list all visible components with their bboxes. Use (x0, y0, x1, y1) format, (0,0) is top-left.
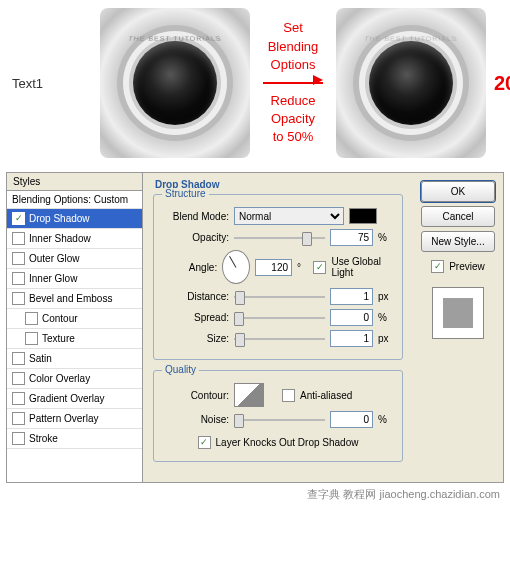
global-light-checkbox[interactable]: ✓ (313, 261, 326, 274)
style-label: Bevel and Emboss (29, 293, 112, 304)
knocks-out-checkbox[interactable]: ✓ (198, 436, 211, 449)
style-label: Inner Shadow (29, 233, 91, 244)
opacity-label: Opacity: (164, 232, 229, 243)
blend-mode-label: Blend Mode: (164, 211, 229, 222)
blending-options-row[interactable]: Blending Options: Custom (7, 191, 142, 209)
effect-settings-panel: Drop Shadow Structure Blend Mode: Normal… (143, 173, 413, 482)
global-light-label: Use Global Light (331, 256, 392, 278)
style-checkbox[interactable] (12, 252, 25, 265)
new-style-button[interactable]: New Style... (421, 231, 495, 252)
style-row-inner-shadow[interactable]: Inner Shadow (7, 229, 142, 249)
style-row-pattern-overlay[interactable]: Pattern Overlay (7, 409, 142, 429)
styles-header[interactable]: Styles (7, 173, 142, 191)
size-label: Size: (164, 333, 229, 344)
lens-after: THE BEST TUTORIALS (336, 8, 486, 158)
style-checkbox[interactable] (12, 352, 25, 365)
angle-input[interactable]: 120 (255, 259, 292, 276)
style-row-color-overlay[interactable]: Color Overlay (7, 369, 142, 389)
style-checkbox[interactable] (12, 372, 25, 385)
structure-group: Structure Blend Mode: Normal Opacity: 75… (153, 194, 403, 360)
style-label: Contour (42, 313, 78, 324)
style-checkbox[interactable] (25, 312, 38, 325)
ok-button[interactable]: OK (421, 181, 495, 202)
style-row-satin[interactable]: Satin (7, 349, 142, 369)
lens-before: THE BEST TUTORIALS (100, 8, 250, 158)
style-label: Pattern Overlay (29, 413, 98, 424)
contour-picker[interactable] (234, 383, 264, 407)
style-row-contour[interactable]: Contour (7, 309, 142, 329)
style-checkbox[interactable] (12, 432, 25, 445)
style-label: Inner Glow (29, 273, 77, 284)
style-label: Satin (29, 353, 52, 364)
anti-aliased-checkbox[interactable] (282, 389, 295, 402)
noise-slider[interactable] (234, 412, 325, 428)
style-label: Texture (42, 333, 75, 344)
distance-input[interactable]: 1 (330, 288, 373, 305)
style-label: Outer Glow (29, 253, 80, 264)
style-checkbox[interactable] (25, 332, 38, 345)
style-checkbox[interactable] (12, 292, 25, 305)
style-row-inner-glow[interactable]: Inner Glow (7, 269, 142, 289)
shadow-color-swatch[interactable] (349, 208, 377, 224)
layer-style-dialog: Styles Blending Options: Custom ✓Drop Sh… (6, 172, 504, 483)
spread-slider[interactable] (234, 310, 325, 326)
blend-mode-select[interactable]: Normal (234, 207, 344, 225)
style-label: Stroke (29, 433, 58, 444)
anti-aliased-label: Anti-aliased (300, 390, 352, 401)
style-label: Color Overlay (29, 373, 90, 384)
arrow-icon (258, 78, 328, 88)
spread-input[interactable]: 0 (330, 309, 373, 326)
styles-list: Styles Blending Options: Custom ✓Drop Sh… (7, 173, 143, 482)
distance-slider[interactable] (234, 289, 325, 305)
style-checkbox[interactable] (12, 392, 25, 405)
style-row-bevel-and-emboss[interactable]: Bevel and Emboss (7, 289, 142, 309)
spread-label: Spread: (164, 312, 229, 323)
style-row-stroke[interactable]: Stroke (7, 429, 142, 449)
cancel-button[interactable]: Cancel (421, 206, 495, 227)
style-checkbox[interactable] (12, 412, 25, 425)
watermark: 查字典 教程网 jiaocheng.chazidian.com (0, 485, 510, 504)
noise-input[interactable]: 0 (330, 411, 373, 428)
distance-label: Distance: (164, 291, 229, 302)
opacity-input[interactable]: 75 (330, 229, 373, 246)
noise-label: Noise: (164, 414, 229, 425)
style-label: Drop Shadow (29, 213, 90, 224)
preview-label: Preview (449, 261, 485, 272)
knocks-out-label: Layer Knocks Out Drop Shadow (216, 437, 359, 448)
size-slider[interactable] (234, 331, 325, 347)
opacity-slider[interactable] (234, 230, 325, 246)
preview-swatch (432, 287, 484, 339)
step-number: 20a (494, 72, 510, 95)
angle-label: Angle: (164, 262, 217, 273)
quality-group: Quality Contour: Anti-aliased Noise: 0 %… (153, 370, 403, 462)
style-row-outer-glow[interactable]: Outer Glow (7, 249, 142, 269)
contour-label: Contour: (164, 390, 229, 401)
instruction-text: Set Blending Options Reduce Opacity to 5… (258, 19, 328, 146)
style-row-texture[interactable]: Texture (7, 329, 142, 349)
size-input[interactable]: 1 (330, 330, 373, 347)
angle-dial[interactable] (222, 250, 250, 284)
style-label: Gradient Overlay (29, 393, 105, 404)
style-checkbox[interactable] (12, 272, 25, 285)
style-row-gradient-overlay[interactable]: Gradient Overlay (7, 389, 142, 409)
style-checkbox[interactable] (12, 232, 25, 245)
dialog-buttons: OK Cancel New Style... ✓ Preview (413, 173, 503, 482)
style-row-drop-shadow[interactable]: ✓Drop Shadow (7, 209, 142, 229)
page-title: Text1 (12, 76, 92, 91)
style-checkbox[interactable]: ✓ (12, 212, 25, 225)
preview-checkbox[interactable]: ✓ (431, 260, 444, 273)
